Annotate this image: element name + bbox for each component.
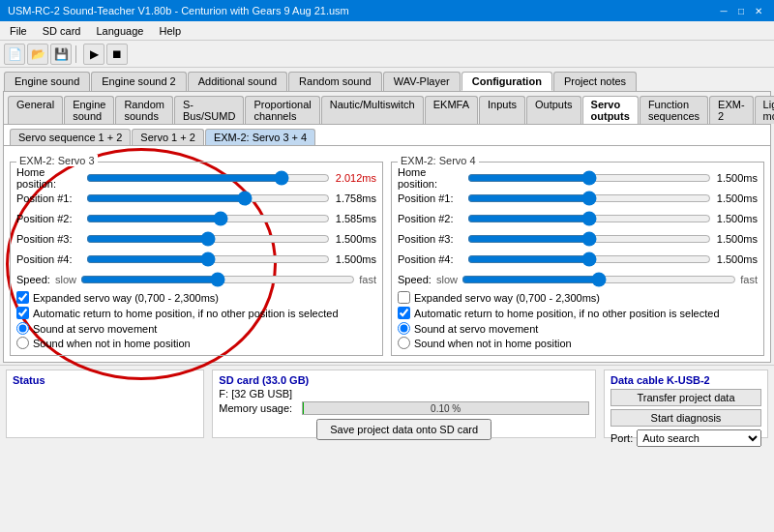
subtab-nautic[interactable]: Nautic/Multiswitch (321, 96, 424, 124)
servo3-pos1-slider[interactable] (86, 191, 330, 206)
servo4-pos2-value: 1.500ms (711, 213, 758, 224)
subtab-inputs[interactable]: Inputs (479, 96, 525, 124)
toolbar-new[interactable]: 📄 (4, 44, 25, 65)
servo4-auto-return-checkbox[interactable] (398, 307, 410, 319)
servo4-expanded-checkbox[interactable] (398, 291, 410, 304)
servo-seq-tab-3[interactable]: EXM-2: Servo 3 + 4 (205, 129, 315, 145)
servo3-auto-return-checkbox[interactable] (16, 307, 29, 319)
menu-language[interactable]: Language (90, 23, 149, 39)
title-bar: USM-RC-2 Sound-Teacher V1.80b - Centurio… (0, 0, 774, 21)
subtab-light-module[interactable]: Light module (755, 96, 774, 124)
servo3-pos1-value: 1.758ms (330, 192, 376, 204)
status-title: Status (13, 374, 197, 386)
subtab-ekmfa[interactable]: EKMFA (425, 96, 478, 124)
cable-section: Data cable K-USB-2 Transfer project data… (604, 369, 768, 438)
servo3-pos3-value: 1.500ms (330, 233, 376, 245)
menu-sdcard[interactable]: SD card (37, 23, 87, 39)
tab-wav-player[interactable]: WAV-Player (383, 72, 461, 91)
menu-file[interactable]: File (4, 23, 33, 39)
servo4-pos3-slider-container (467, 231, 711, 247)
servo4-home-slider[interactable] (467, 170, 711, 186)
servo3-sound-movement-label: Sound at servo movement (33, 323, 157, 335)
menu-help[interactable]: Help (153, 23, 187, 39)
toolbar-stop[interactable]: ⏹ (106, 44, 128, 65)
menu-bar: File SD card Language Help (0, 21, 774, 41)
servo4-speed-slow: slow (436, 274, 458, 285)
servo-seq-tabs: Servo sequence 1 + 2 Servo 1 + 2 EXM-2: … (4, 125, 770, 146)
minimize-button[interactable]: ─ (716, 3, 731, 18)
diagnosis-button[interactable]: Start diagnosis (610, 409, 761, 427)
tab-random-sound[interactable]: Random sound (288, 72, 382, 91)
servo4-sound-home-radio[interactable] (398, 337, 410, 349)
servo3-pos1-slider-container (86, 191, 330, 206)
servo4-sound-movement-label: Sound at servo movement (414, 323, 538, 335)
servo3-pos2-slider[interactable] (86, 211, 330, 226)
servo3-sound-home-radio[interactable] (16, 337, 29, 349)
servo4-pos3-value: 1.500ms (711, 233, 758, 245)
servo3-pos3-slider-container (86, 231, 330, 247)
subtab-general[interactable]: General (8, 96, 63, 124)
save-sd-button[interactable]: Save project data onto SD card (316, 419, 491, 440)
servo-seq-tab-1[interactable]: Servo sequence 1 + 2 (10, 129, 131, 145)
servo4-pos4-slider-container (467, 251, 711, 267)
app-window: USM-RC-2 Sound-Teacher V1.80b - Centurio… (0, 0, 774, 532)
servo3-expanded-checkbox[interactable] (16, 291, 29, 304)
toolbar-save[interactable]: 💾 (50, 44, 72, 65)
servo3-home-row: Home position: 2.012ms (16, 169, 376, 187)
tab-additional-sound[interactable]: Additional sound (188, 72, 287, 91)
close-button[interactable]: ✕ (751, 3, 766, 18)
servo3-pos4-slider[interactable] (86, 251, 330, 267)
servo4-pos4-slider[interactable] (467, 251, 711, 267)
window-title: USM-RC-2 Sound-Teacher V1.80b - Centurio… (8, 5, 349, 16)
servo4-auto-return-label: Automatic return to home position, if no… (414, 308, 720, 319)
servo4-speed-slider[interactable] (461, 272, 736, 287)
servo3-home-value: 2.012ms (330, 172, 376, 184)
sd-card-section: SD card (33.0 GB) F: [32 GB USB] Memory … (212, 369, 596, 438)
sd-card-title: SD card (33.0 GB) (219, 374, 589, 386)
servo4-sound-movement-radio[interactable] (398, 322, 410, 335)
tab-configuration[interactable]: Configuration (461, 72, 552, 91)
servo4-pos1-label: Position #1: (398, 192, 467, 204)
servo3-pos3-label: Position #3: (16, 233, 86, 245)
servo3-home-slider[interactable] (86, 170, 330, 186)
tab-engine-sound[interactable]: Engine sound (4, 72, 90, 91)
servo4-pos2-slider[interactable] (467, 211, 711, 226)
subtab-function-seq[interactable]: Function sequences (640, 96, 708, 124)
servo4-pos3-label: Position #3: (398, 233, 467, 245)
subtab-outputs[interactable]: Outputs (526, 96, 581, 124)
subtab-random-sounds[interactable]: Random sounds (115, 96, 173, 124)
servo3-speed-slider[interactable] (80, 272, 355, 287)
tab-engine-sound-2[interactable]: Engine sound 2 (91, 72, 186, 91)
subtab-exm2[interactable]: EXM-2 (709, 96, 754, 124)
subtab-proportional[interactable]: Proportional channels (245, 96, 319, 124)
servo3-sound-movement-radio[interactable] (16, 322, 29, 335)
servo3-panel-title: EXM-2: Servo 3 (16, 155, 98, 166)
toolbar: 📄 📂 💾 ▶ ⏹ (0, 41, 774, 68)
servo3-pos4-label: Position #4: (16, 253, 86, 265)
subtab-engine-sound[interactable]: Engine sound (64, 96, 114, 124)
servo3-pos3-slider[interactable] (86, 231, 330, 247)
servo3-sound-home-label: Sound when not in home position (33, 338, 191, 349)
servo3-pos2-label: Position #2: (16, 213, 86, 224)
servo4-home-label: Home position: (398, 166, 467, 190)
servo4-sound-home-label: Sound when not in home position (414, 338, 572, 349)
servo4-home-row: Home position: 1.500ms (398, 169, 758, 187)
transfer-button[interactable]: Transfer project data (610, 389, 761, 406)
subtab-servo-outputs[interactable]: Servo outputs (582, 96, 639, 124)
toolbar-play[interactable]: ▶ (83, 44, 104, 65)
servo3-pos1-label: Position #1: (16, 192, 86, 204)
tab-project-notes[interactable]: Project notes (553, 72, 637, 91)
toolbar-open[interactable]: 📂 (27, 44, 48, 65)
servo4-radio2-row: Sound when not in home position (398, 337, 758, 349)
memory-progress-bar: 0.10 % (302, 401, 589, 415)
servo4-speed-row: Speed: slow fast (398, 272, 758, 287)
servo4-pos4-row: Position #4: 1.500ms (398, 251, 758, 268)
servo-seq-tab-2[interactable]: Servo 1 + 2 (132, 129, 204, 145)
restore-button[interactable]: □ (733, 3, 749, 18)
memory-usage-label: Memory usage: (219, 402, 296, 414)
servo4-pos3-slider[interactable] (467, 231, 711, 247)
servo3-pos2-slider-container (86, 211, 330, 226)
servo4-pos1-slider[interactable] (467, 191, 711, 206)
subtab-sbus[interactable]: S-Bus/SUMD (174, 96, 244, 124)
port-select[interactable]: Auto search (637, 429, 761, 447)
